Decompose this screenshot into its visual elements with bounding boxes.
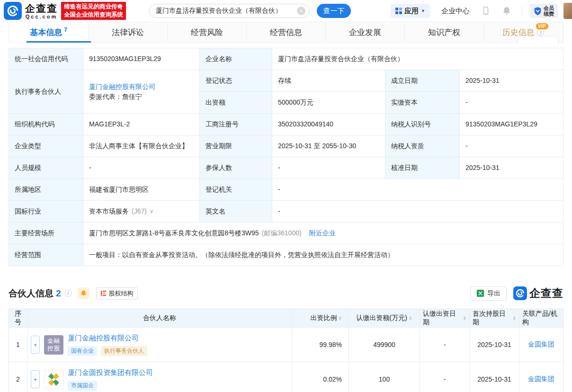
sort-icon[interactable]: ▲▼ [513, 316, 516, 321]
establish-date-label: 成立日期 [385, 70, 460, 92]
reg-authority-label: 登记机关 [200, 179, 272, 201]
row-no: 1 [9, 328, 27, 362]
search-button[interactable]: 查一下 [317, 4, 351, 18]
first-date-value: 2025-10-31 [469, 362, 519, 392]
scope-label: 经营范围 [9, 244, 83, 266]
partners-table-header: 序号 合伙人名称 出资比例 ▲▼ 认缴出资额(万元) ▲▼ 认缴出资日期 ▲▼ … [9, 309, 563, 327]
export-button[interactable]: 导出 [470, 286, 507, 301]
tab-operation-risk[interactable]: 经营风险 [168, 22, 247, 42]
address-postcode: (邮编361000) [262, 228, 302, 238]
col-date[interactable]: 认缴出资日期 ▲▼ [420, 309, 469, 327]
excel-icon [476, 289, 484, 297]
col-ratio[interactable]: 出资比例 ▲▼ [292, 309, 349, 327]
vip-label: 会员 续费 [544, 5, 554, 17]
slogan-line2: 全国企业信用查询系统 [64, 11, 123, 19]
partners-table: 序号 合伙人名称 出资比例 ▲▼ 认缴出资额(万元) ▲▼ 认缴出资日期 ▲▼ … [9, 309, 563, 392]
industry-label: 国标行业 [9, 201, 83, 223]
sort-icon[interactable]: ▲▼ [409, 316, 412, 321]
tab-company-development[interactable]: 企业发展 [326, 22, 405, 42]
taxpayer-id-label: 纳税人识别号 [385, 114, 460, 135]
approval-date-value: 2025-10-31 [460, 157, 563, 179]
org-chart-icon [100, 290, 107, 296]
partners-section-header: 合伙人信息 2 i 股权结构 导出 [9, 286, 563, 301]
chevron-down-icon[interactable]: ∨ [150, 206, 153, 216]
establish-date-value: 2025-10-31 [460, 70, 563, 92]
qcc-logo-icon [4, 2, 22, 20]
tab-basic-info[interactable]: 基本信息 7 [9, 22, 89, 42]
info-icon: i [65, 290, 72, 297]
exec-partner-link[interactable]: 厦门金融控股有限公司 [89, 82, 155, 92]
vip-renew-button[interactable]: 会员 续费 [530, 4, 558, 18]
partner-name-link[interactable]: 厦门金融控股有限公司 [68, 334, 147, 343]
tag-state-owned: 国有企业 [68, 346, 97, 356]
company-name-label: 企业名称 [200, 48, 272, 70]
nearby-companies-link[interactable]: 附近企业 [309, 228, 336, 238]
expand-button[interactable]: + [31, 336, 40, 354]
partner-name-link[interactable]: 厦门金圆投资集团有限公司 [68, 368, 153, 377]
org-code-label: 组织机构代码 [9, 114, 83, 135]
col-amount[interactable]: 认缴出资额(万元) ▲▼ [349, 309, 420, 327]
subscribe-bell-button[interactable] [78, 287, 89, 299]
brand-domain: Qcc.com [25, 14, 58, 19]
region-label: 所属地区 [9, 179, 83, 201]
partners-header-right: 导出 企查查 [470, 286, 563, 301]
user-avatar[interactable] [563, 3, 572, 19]
industry-value: 资本市场服务 (J67) ∨ [83, 201, 200, 223]
english-name-label: 英文名 [200, 201, 272, 223]
tab-intellectual-property[interactable]: 知识产权 [405, 22, 484, 42]
staff-size-label: 人员规模 [9, 157, 83, 179]
address-value: 厦门市思明区文屏路1-8号嘉禾良库文化创意园8号楼3W95 (邮编361000)… [83, 223, 563, 244]
mobile-app-icon[interactable] [481, 6, 491, 16]
row-no: 2 [9, 362, 27, 392]
date-value: - [420, 328, 469, 362]
equity-structure-button[interactable]: 股权结构 [96, 287, 138, 300]
page: 企查查 Qcc.com 缔造有远见的商业传奇 全国企业信用查询系统 × 查一下 [0, 0, 572, 392]
english-name-value: - [272, 201, 563, 223]
search-input[interactable] [149, 4, 310, 18]
brand-name: 企查查 [25, 3, 58, 14]
partner-row: 2 + 厦门金圆投资集团有限公司 市属国企 [9, 362, 563, 392]
exec-partner-rep: 委派代表：詹佳宁 [89, 92, 142, 102]
related-group-link[interactable]: 金圆集团 [528, 375, 554, 383]
company-name-value: 厦门市盘活存量投资合伙企业（有限合伙） [272, 48, 563, 70]
partner-avatar: 金融 控股 [44, 335, 63, 355]
capital-value: 500000万元 [272, 92, 385, 114]
related-group-link[interactable]: 金圆集团 [528, 340, 554, 349]
capital-label: 出资额 [200, 92, 272, 114]
tag-exec-partner: 执行事务合伙人 [101, 346, 147, 356]
insured-label: 参保人数 [200, 157, 272, 179]
col-no: 序号 [9, 309, 27, 327]
qcc-watermark-logo: 企查查 [513, 286, 563, 301]
apps-label: 应用 [404, 7, 419, 16]
tab-count-badge: 7 [64, 27, 67, 33]
tag-municipal-soe: 市属国企 [68, 381, 97, 391]
grid-icon [395, 8, 402, 14]
related-cell: 金圆集团 [519, 328, 563, 362]
credit-code-value: 91350203MAG1EP3L29 [83, 48, 200, 70]
slogan-line1: 缔造有远见的商业传奇 [64, 3, 123, 11]
notification-bell-icon[interactable] [502, 6, 511, 16]
col-first-date[interactable]: 首次持股日期 ▲▼ [469, 309, 519, 327]
business-term-value: 2025-10-31 至 2055-10-30 [272, 135, 385, 157]
staff-size-value: - [83, 157, 200, 179]
reg-status-value: 存续 [272, 70, 385, 92]
tab-legal-litigation[interactable]: 法律诉讼 [89, 22, 168, 42]
qcc-logo[interactable]: 企查查 Qcc.com 缔造有远见的商业传奇 全国企业信用查询系统 [4, 2, 126, 20]
tab-operation-info[interactable]: 经营信息 [247, 22, 326, 42]
search-box: × [149, 4, 310, 18]
industry-code: (J67) [132, 206, 147, 216]
insured-value: - [272, 157, 385, 179]
sort-icon[interactable]: ▲▼ [339, 316, 342, 321]
reg-authority-value: - [272, 179, 563, 201]
expand-button[interactable]: + [31, 370, 40, 388]
enterprise-center-link[interactable]: 企业中心 [441, 7, 470, 16]
apps-menu[interactable]: 应用 ▼ [391, 4, 430, 18]
basic-info-table: 统一社会信用代码 91350203MAG1EP3L29 企业名称 厦门市盘活存量… [9, 48, 563, 266]
ratio-value: 0.02% [292, 362, 349, 392]
sort-icon[interactable]: ▲▼ [463, 316, 466, 321]
exec-partner-value: 厦门金融控股有限公司 委派代表：詹佳宁 [83, 70, 200, 114]
floating-widget-stub [518, 36, 558, 45]
clear-icon[interactable]: × [297, 7, 305, 15]
qcc-logo-icon [513, 286, 527, 300]
partners-count: 2 [56, 288, 61, 299]
